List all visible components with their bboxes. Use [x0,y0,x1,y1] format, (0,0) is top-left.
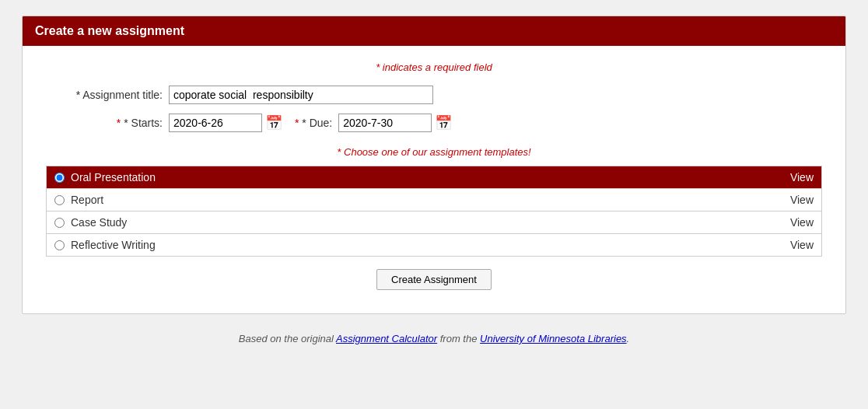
view-cell-oral-presentation: View [775,166,822,189]
template-radio-oral-presentation[interactable] [54,173,65,183]
template-label-case-study: Case Study [71,216,127,229]
template-label-reflective-writing: Reflective Writing [71,239,156,251]
starts-calendar-icon[interactable]: 📅 [265,114,282,131]
main-container: Create a new assignment * indicates a re… [22,16,846,344]
assignment-calculator-link[interactable]: Assignment Calculator [336,333,437,344]
starts-label: * * Starts: [46,117,163,129]
template-radio-case-study[interactable] [54,218,65,228]
template-label-report: Report [71,194,103,206]
form-title: Create a new assignment [35,24,184,37]
template-radio-reflective-writing[interactable] [54,240,65,250]
view-cell-report: View [775,189,822,211]
template-row-case-study[interactable]: Case Study View [47,211,822,234]
title-label: * Assignment title: [46,89,163,101]
assignment-title-input[interactable] [169,86,433,104]
template-radio-report[interactable] [54,195,65,205]
template-label-oral-presentation: Oral Presentation [71,171,156,184]
template-row-report[interactable]: Report View [47,189,822,211]
form-card: Create a new assignment * indicates a re… [22,16,846,314]
template-table: Oral Presentation View Report [46,166,822,257]
form-body: * indicates a required field * Assignmen… [23,46,845,313]
view-link-oral-presentation[interactable]: View [790,171,814,184]
view-link-reflective-writing[interactable]: View [790,239,814,251]
due-calendar-icon[interactable]: 📅 [435,114,452,131]
starts-date-input[interactable] [169,114,262,132]
template-note: * Choose one of our assignment templates… [46,146,822,158]
title-field-row: * Assignment title: [46,86,822,104]
due-label: * * Due: [295,117,332,129]
view-cell-reflective-writing: View [775,234,822,257]
required-note: * indicates a required field [46,61,822,73]
view-link-case-study[interactable]: View [790,216,814,229]
view-link-report[interactable]: View [790,194,814,206]
template-row-reflective-writing[interactable]: Reflective Writing View [47,234,822,257]
university-link[interactable]: University of Minnesota Libraries [480,333,627,344]
create-btn-row: Create Assignment [46,269,822,290]
form-header: Create a new assignment [23,16,845,46]
template-row-oral-presentation[interactable]: Oral Presentation View [47,166,822,189]
due-date-input[interactable] [338,114,432,132]
footer-note: Based on the original Assignment Calcula… [22,333,846,344]
date-row: * * Starts: 📅 * * Due: 📅 [46,114,822,132]
create-assignment-button[interactable]: Create Assignment [376,269,492,290]
view-cell-case-study: View [775,211,822,234]
